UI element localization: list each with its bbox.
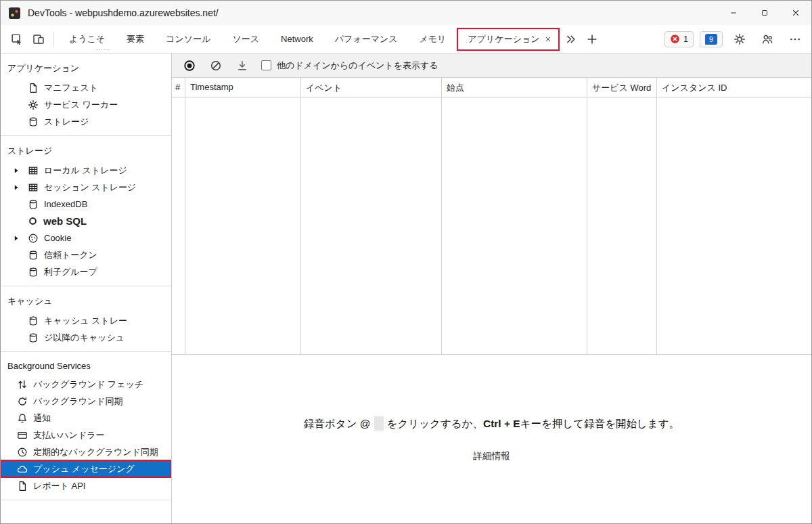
messages-badge[interactable]: 9 (700, 31, 723, 47)
devtools-window: DevTools - webpushdemo.azurewebsites.net… (0, 0, 812, 524)
error-icon (670, 34, 680, 44)
events-table-body (172, 97, 811, 355)
section-cache: キャッシュ キャッシュ ストレー ジ以降のキャッシュ (1, 286, 171, 352)
push-messaging-panel: 他のドメインからのイベントを表示する # Timestamp イベント 始点 サ… (172, 53, 811, 523)
empty-prefix: 録音ボタン @ (304, 418, 371, 429)
sidebar-item-session-storage[interactable]: セッション ストレージ (1, 179, 171, 196)
save-events-button[interactable] (235, 58, 250, 73)
show-other-domains-checkbox[interactable] (261, 60, 271, 70)
settings-gear-button[interactable] (729, 28, 750, 50)
sidebar-item-periodic-background-sync[interactable]: 定期的なバックグラウンド同期 (1, 443, 171, 460)
tab-sources[interactable]: ソース (221, 25, 270, 53)
toolbar-divider (53, 32, 54, 47)
tab-performance[interactable]: パフォーマンス (324, 25, 409, 53)
learn-more-link[interactable]: 詳細情報 (474, 450, 510, 462)
sidebar-item-storage[interactable]: ストレージ (1, 113, 171, 130)
item-label: ジ以降のキャッシュ (44, 332, 125, 344)
sidebar-item-back-forward-cache[interactable]: ジ以降のキャッシュ (1, 329, 171, 346)
events-table-header: # Timestamp イベント 始点 サービス Word インスタンス ID (172, 78, 811, 97)
sidebar-item-trust-tokens[interactable]: 信頼トークン (1, 246, 171, 263)
grid-column (172, 97, 185, 354)
tab-welcome[interactable]: ようこそ ...... (58, 25, 116, 53)
sidebar-item-notifications[interactable]: 通知 (1, 410, 171, 427)
section-storage: ストレージ ローカル ストレージ セッション ストレージ IndexedDB (1, 136, 171, 286)
record-button[interactable] (182, 58, 197, 73)
item-label: キャッシュ ストレー (44, 315, 127, 327)
more-tabs-button[interactable] (560, 28, 581, 50)
tab-label: コンソール (166, 33, 210, 45)
column-header-timestamp: Timestamp (185, 78, 301, 97)
error-badge[interactable]: 1 (664, 31, 694, 47)
profile-button[interactable] (757, 28, 778, 50)
section-title: アプリケーション (1, 56, 171, 79)
item-label: ストレージ (44, 116, 89, 128)
item-label: 信頼トークン (44, 249, 97, 261)
sidebar-item-indexeddb[interactable]: IndexedDB (1, 196, 171, 213)
column-header-instance-id: インスタンス ID (657, 78, 811, 97)
item-label: web SQL (43, 215, 87, 227)
sidebar-item-local-storage[interactable]: ローカル ストレージ (1, 162, 171, 179)
panel-toolbar: 他のドメインからのイベントを表示する (172, 53, 811, 78)
item-label: レポート API (33, 480, 85, 492)
section-title: ストレージ (1, 139, 171, 162)
tab-console[interactable]: コンソール (155, 25, 221, 53)
devtools-tabbar: ようこそ ...... 要素 コンソール ソース Network パフォーマンス… (1, 25, 811, 53)
column-header-origin: 始点 (442, 78, 587, 97)
maximize-button[interactable] (749, 1, 780, 25)
tab-label: 要素 (127, 33, 144, 45)
sidebar-item-push-messaging[interactable]: プッシュ メッセージング (1, 460, 171, 477)
sidebar-item-interest-groups[interactable]: 利子グループ (1, 263, 171, 280)
expand-caret-icon[interactable] (13, 167, 22, 174)
minimize-button[interactable] (718, 1, 749, 25)
tabbar-right-cluster: 1 9 (664, 28, 806, 50)
sidebar-item-payment-handler[interactable]: 支払いハンドラー (1, 427, 171, 443)
section-background-services: Background Services バックグラウンド フェッチ バックグラウ… (1, 352, 171, 500)
tab-memory[interactable]: メモリ (409, 25, 457, 53)
inspect-element-button[interactable] (6, 28, 28, 50)
sidebar-item-background-sync[interactable]: バックグラウンド同期 (1, 393, 171, 410)
clear-button[interactable] (208, 58, 223, 73)
details-pane: 録音ボタン @をクリックするか、Ctrl + Eキーを押して録音を開始します。 … (172, 355, 811, 523)
tab-label: Network (281, 34, 313, 44)
cookie-icon (28, 233, 39, 244)
sidebar-item-background-fetch[interactable]: バックグラウンド フェッチ (1, 376, 171, 393)
grid-column (301, 97, 442, 354)
checkbox-label[interactable]: 他のドメインからのイベントを表示する (277, 60, 438, 72)
item-label: バックグラウンド同期 (33, 395, 122, 408)
tab-application[interactable]: アプリケーション (457, 28, 559, 51)
item-label: IndexedDB (44, 199, 87, 209)
table-icon (28, 165, 39, 176)
empty-state-message: 録音ボタン @をクリックするか、Ctrl + Eキーを押して録音を開始します。 (304, 416, 679, 431)
devtools-app-icon (9, 7, 20, 19)
more-options-button[interactable] (784, 28, 806, 50)
tab-welcome-dots: ...... (96, 45, 110, 51)
tab-network[interactable]: Network (270, 25, 324, 53)
section-title: キャッシュ (1, 289, 171, 312)
title-bar: DevTools - webpushdemo.azurewebsites.net… (1, 1, 811, 25)
sidebar-item-service-worker[interactable]: サービス ワーカー (1, 96, 171, 113)
sidebar-item-cache-storage[interactable]: キャッシュ ストレー (1, 312, 171, 329)
panel-tabs: ようこそ ...... 要素 コンソール ソース Network パフォーマンス… (58, 25, 560, 53)
cloud-icon (17, 464, 28, 475)
sidebar-item-cookies[interactable]: Cookie (1, 230, 171, 246)
record-glyph-placeholder (374, 416, 384, 431)
gear-icon (28, 100, 39, 110)
sidebar-item-web-sql[interactable]: web SQL (1, 213, 171, 230)
database-icon (28, 267, 39, 278)
sidebar-item-reporting-api[interactable]: レポート API (1, 477, 171, 494)
empty-mid: をクリックするか、 (387, 418, 483, 429)
sync-icon (17, 396, 28, 407)
tab-label: ようこそ (69, 33, 105, 45)
expand-caret-icon[interactable] (13, 184, 22, 191)
expand-caret-icon[interactable] (13, 235, 22, 242)
device-emulation-button[interactable] (28, 28, 49, 50)
database-icon (28, 199, 39, 210)
fetch-arrows-icon (17, 379, 28, 390)
close-tab-icon[interactable] (545, 36, 551, 43)
devtools-body: アプリケーション マニフェスト サービス ワーカー ストレージ ストレージ (1, 53, 811, 523)
sidebar-item-manifest[interactable]: マニフェスト (1, 79, 171, 96)
item-label: ローカル ストレージ (44, 165, 127, 177)
add-panel-button[interactable] (581, 28, 603, 50)
tab-elements[interactable]: 要素 (116, 25, 155, 53)
close-button[interactable] (780, 1, 811, 25)
